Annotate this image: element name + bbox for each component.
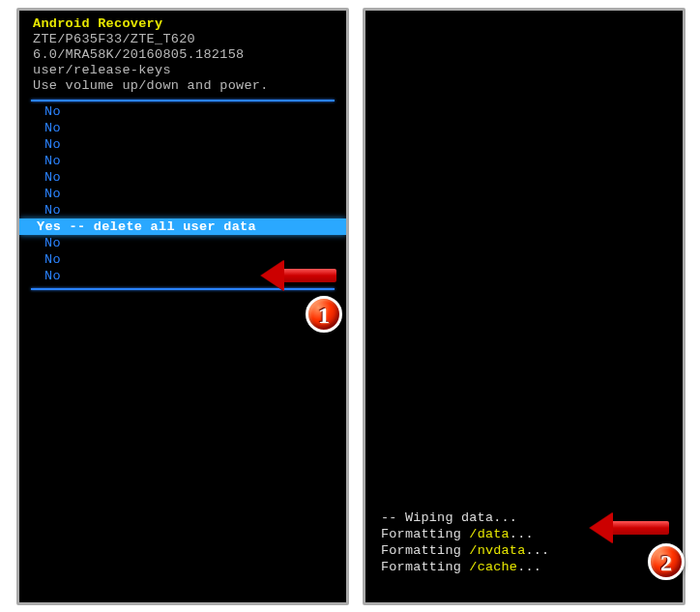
- recovery-title: Android Recovery: [33, 16, 335, 32]
- device-id-line: ZTE/P635F33/ZTE_T620: [33, 32, 335, 47]
- menu-item-no[interactable]: No: [19, 251, 346, 268]
- step-badge-1: 1: [306, 296, 342, 333]
- menu-item-no[interactable]: No: [19, 136, 346, 153]
- menu-item-no[interactable]: No: [19, 202, 346, 219]
- nav-hint: Use volume up/down and power.: [33, 78, 335, 94]
- menu-item-yes-delete[interactable]: Yes -- delete all user data: [19, 219, 346, 235]
- wipe-log: -- Wiping data...Formatting /data...Form…: [381, 510, 667, 575]
- menu-item-no[interactable]: No: [19, 153, 346, 169]
- log-line: Formatting /cache...: [381, 559, 667, 575]
- menu-item-no[interactable]: No: [19, 169, 346, 186]
- menu-item-no[interactable]: No: [19, 186, 346, 202]
- recovery-screen-right: -- Wiping data...Formatting /data...Form…: [363, 8, 685, 605]
- recovery-header: Android Recovery ZTE/P635F33/ZTE_T620 6.…: [19, 11, 346, 96]
- confirm-menu: NoNoNoNoNoNoNoYes -- delete all user dat…: [19, 102, 346, 284]
- menu-item-no[interactable]: No: [19, 120, 346, 136]
- step-badge-2: 2: [648, 543, 685, 580]
- menu-item-no[interactable]: No: [19, 103, 346, 120]
- keys-line: user/release-keys: [33, 63, 335, 78]
- build-line: 6.0/MRA58K/20160805.182158: [33, 47, 335, 63]
- log-line: Formatting /nvdata...: [381, 542, 667, 559]
- arrow-icon: [282, 269, 336, 282]
- recovery-screen-left: Android Recovery ZTE/P635F33/ZTE_T620 6.…: [16, 8, 349, 605]
- divider-bottom: [31, 288, 335, 290]
- menu-item-no[interactable]: No: [19, 235, 346, 251]
- arrow-icon: [611, 521, 669, 535]
